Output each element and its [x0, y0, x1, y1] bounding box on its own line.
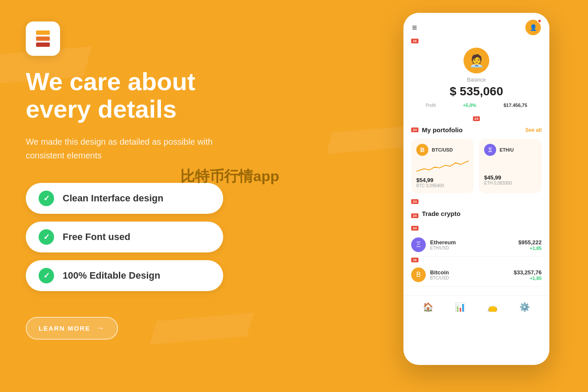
- profit-label: Profit: [426, 103, 436, 108]
- balance-stats: Profit +5,0% $17.456,75: [412, 103, 541, 108]
- notification-dot: [537, 19, 542, 23]
- btc-amount: BTC 0,095400: [416, 183, 469, 188]
- spacing-marker-16b: 16: [411, 258, 418, 262]
- btc-icon: B: [416, 144, 428, 156]
- check-circle-1: ✓: [39, 191, 54, 206]
- checkmark-icon-2: ✓: [43, 232, 50, 242]
- btc-trade-change: +1,85: [514, 276, 542, 281]
- trade-btc-left: B Bitcoin BTC/USD: [411, 267, 449, 282]
- btc-trade-price: $33,257,76: [514, 269, 542, 276]
- feature-item-3: ✓ 100% Editable Design: [26, 260, 223, 291]
- logo-layer-top: [36, 30, 50, 35]
- feature-text-1: Clean Interface design: [63, 193, 164, 204]
- feature-item-2: ✓ Free Font used: [26, 222, 223, 252]
- spacing-marker-16: 16: [411, 39, 418, 43]
- profit-percent: +5,0%: [463, 103, 476, 108]
- nav-chart-icon[interactable]: 📊: [455, 302, 466, 312]
- feature-item-1: ✓ Clean Interface design: [26, 183, 223, 214]
- watermark-text: 比特币行情app: [180, 167, 279, 186]
- nav-home-icon[interactable]: 🏠: [423, 302, 433, 312]
- btc-header: B BTC/USD: [416, 144, 469, 156]
- phone-mockup: ≡ 👤 16 🧑‍💼 Balance $ 535,060 Profit +5,0: [403, 13, 549, 365]
- learn-more-button[interactable]: LEARN MORE →: [26, 317, 118, 340]
- spacing-marker-24d: 24: [411, 213, 418, 218]
- portfolio-card-eth[interactable]: Ξ ETH/U $45,99 ETH 0,083300: [479, 139, 542, 193]
- check-circle-3: ✓: [39, 268, 54, 283]
- feature-text-3: 100% Editable Design: [63, 270, 160, 281]
- btc-trade-icon: B: [411, 267, 426, 282]
- portfolio-header: 24 My portofolio See all: [411, 126, 542, 134]
- btc-symbol: B: [420, 146, 424, 153]
- trade-section: 24 Trade crypto 24 Ξ Ethereum ETH/USD: [403, 206, 549, 291]
- btc-trade-symbol: B: [416, 271, 421, 279]
- user-avatar: 🧑‍💼: [464, 48, 489, 73]
- trade-item-eth[interactable]: Ξ Ethereum ETH/USD $955,222 +1,85: [411, 233, 542, 257]
- portfolio-card-btc[interactable]: B BTC/USD $54,99 BTC 0,095400: [411, 139, 474, 193]
- profit-value: $17.456,75: [503, 103, 527, 108]
- portfolio-section: 24 My portofolio See all B BTC/USD: [403, 122, 549, 198]
- trade-eth-left: Ξ Ethereum ETH/USD: [411, 237, 456, 252]
- trade-item-btc[interactable]: B Bitcoin BTC/USD $33,257,76 +1,85: [411, 263, 542, 287]
- spacing-marker-24e: 24: [411, 226, 418, 231]
- notification-avatar[interactable]: 👤: [525, 20, 541, 35]
- eth-trade-price: $955,222: [518, 239, 542, 246]
- btc-trade-pair: BTC/USD: [430, 276, 449, 280]
- app-logo: [26, 21, 60, 56]
- balance-label: Balance: [412, 77, 541, 83]
- nav-wallet-icon[interactable]: 👝: [487, 302, 498, 312]
- eth-trade-change: +1,85: [518, 246, 542, 251]
- see-all-link[interactable]: See all: [525, 127, 542, 133]
- eth-price: $45,99: [484, 174, 536, 181]
- trade-title: Trade crypto: [422, 210, 461, 217]
- phone-bottom-nav: 🏠 📊 👝 ⚙️: [403, 295, 549, 316]
- main-heading: We care about every details: [26, 68, 318, 123]
- btc-price: $54,99: [416, 177, 469, 183]
- balance-section: 🧑‍💼 Balance $ 535,060 Profit +5,0% $17.4…: [403, 43, 549, 115]
- eth-pair: ETH/U: [500, 147, 514, 152]
- spacing-marker-24a: 24: [473, 116, 480, 121]
- trade-eth-right: $955,222 +1,85: [518, 239, 542, 251]
- phone-mockup-panel: ≡ 👤 16 🧑‍💼 Balance $ 535,060 Profit +5,0: [403, 13, 562, 365]
- arrow-right-icon: →: [97, 324, 105, 333]
- logo-layer-bot: [36, 43, 50, 47]
- sub-heading: We made this design as detailed as possi…: [26, 135, 232, 162]
- eth-trade-name: Ethereum: [430, 239, 456, 246]
- feature-list: ✓ Clean Interface design ✓ Free Font use…: [26, 183, 318, 291]
- phone-topbar: ≡ 👤: [403, 13, 549, 39]
- nav-settings-icon[interactable]: ⚙️: [519, 302, 530, 312]
- spacing-marker-24b: 24: [411, 128, 418, 132]
- portfolio-title: My portofolio: [422, 126, 463, 134]
- logo-layer-mid: [36, 36, 50, 41]
- eth-amount: ETH 0,083300: [484, 181, 536, 185]
- portfolio-items: B BTC/USD $54,99 BTC 0,095400: [411, 139, 542, 193]
- eth-header: Ξ ETH/U: [484, 144, 536, 156]
- spacing-marker-24c: 24: [411, 199, 418, 204]
- logo-icon: [36, 31, 50, 46]
- btc-mini-chart: [416, 159, 469, 174]
- feature-text-2: Free Font used: [63, 231, 130, 243]
- eth-trade-pair: ETH/USD: [430, 246, 456, 250]
- eth-trade-icon: Ξ: [411, 237, 426, 252]
- btc-trade-name: Bitcoin: [430, 269, 449, 276]
- btc-pair: BTC/USD: [432, 147, 453, 152]
- eth-icon: Ξ: [484, 144, 496, 156]
- eth-trade-symbol: Ξ: [416, 241, 421, 249]
- menu-icon[interactable]: ≡: [412, 23, 417, 33]
- trade-btc-right: $33,257,76 +1,85: [514, 269, 542, 281]
- learn-more-label: LEARN MORE: [39, 325, 91, 332]
- eth-symbol: Ξ: [488, 146, 492, 153]
- check-circle-2: ✓: [39, 229, 54, 245]
- checkmark-icon-3: ✓: [43, 271, 50, 280]
- avatar-figure: 🧑‍💼: [469, 54, 484, 68]
- balance-amount: $ 535,060: [412, 85, 541, 98]
- checkmark-icon-1: ✓: [43, 194, 50, 203]
